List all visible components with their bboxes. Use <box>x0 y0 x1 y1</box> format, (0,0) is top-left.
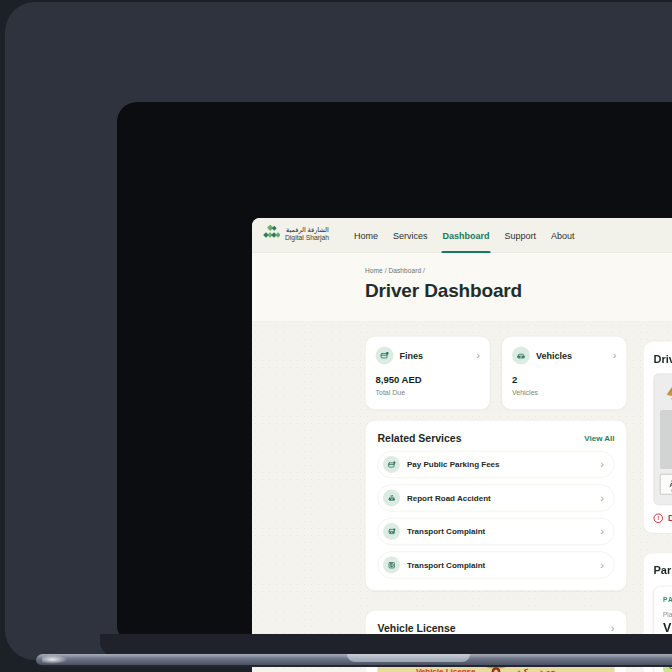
car-accident-icon <box>383 490 400 507</box>
warning-icon: ! <box>654 513 664 523</box>
scene: الشارقة الرقمية Digital Sharjah Home Ser… <box>0 0 672 672</box>
laptop-lid-notch <box>347 654 470 662</box>
nav-item-about[interactable]: About <box>551 218 575 253</box>
title-band: Home / Dashboard / Driver Dashboard <box>252 253 672 322</box>
nav-item-dashboard[interactable]: Dashboard <box>443 218 490 253</box>
service-label: Pay Public Parking Fees <box>407 460 499 469</box>
service-row-transport-complaint[interactable]: Transport Complaint › <box>378 518 615 545</box>
parking-permits-title: Parking Permits <box>654 564 672 577</box>
complaint-document-icon <box>383 557 400 574</box>
plate-value: V 95653 <box>663 620 672 635</box>
vehicles-sublabel: Vehicles <box>512 388 617 396</box>
service-label: Report Road Accident <box>407 494 491 503</box>
chevron-right-icon[interactable]: › <box>611 623 615 634</box>
laptop-chin <box>100 634 672 656</box>
nav-item-support[interactable]: Support <box>505 218 537 253</box>
view-all-link[interactable]: View All <box>584 434 614 443</box>
chevron-right-icon: › <box>613 350 617 361</box>
laptop-base <box>36 654 672 667</box>
logo-title-ar: الشارقة الرقمية <box>285 226 329 233</box>
permit-badge: PARKING PERMIT <box>663 596 672 604</box>
fines-sublabel: Total Due <box>376 388 481 396</box>
related-services-title: Related Services <box>378 433 462 445</box>
driving-license-card: Driving License <box>643 341 672 534</box>
car-icon <box>512 347 530 365</box>
licensing-authority-box: سلطة الترخيص ABCD12345 Licensing Authori… <box>660 474 672 495</box>
laptop-screen: الشارقة الرقمية Digital Sharjah Home Ser… <box>252 218 672 672</box>
related-services-card: Related Services View All Pay Public Par… <box>365 420 627 591</box>
service-row-pay-parking-fees[interactable]: Pay Public Parking Fees › <box>378 451 615 478</box>
fines-value: 8,950 AED <box>376 375 481 386</box>
license-photo-placeholder <box>660 410 672 469</box>
vehicles-card[interactable]: Vehicles › 2 Vehicles <box>502 336 628 410</box>
chevron-right-icon: › <box>600 560 604 571</box>
vehicles-value: 2 <box>512 375 617 386</box>
nav-item-services[interactable]: Services <box>393 218 428 253</box>
digital-sharjah-logo-icon <box>263 225 280 242</box>
driving-license-document: United Arab Emirates الإمارات العربية ال… <box>654 374 672 506</box>
main-nav: Home Services Dashboard Support About <box>354 218 575 253</box>
fines-label: Fines <box>400 350 424 361</box>
fines-card[interactable]: Fines › 8,950 AED Total Due <box>365 336 491 410</box>
parking-card-icon <box>383 456 400 473</box>
plate-label: Plate <box>663 611 672 619</box>
dashboard-main: Fines › 8,950 AED Total Due <box>252 322 672 672</box>
chevron-right-icon: › <box>476 350 480 361</box>
service-row-report-road-accident[interactable]: Report Road Accident › <box>378 485 615 512</box>
service-label: Transport Complaint <box>407 561 485 570</box>
bus-complaint-icon <box>383 523 400 540</box>
service-row-transport-complaint-2[interactable]: Transport Complaint › <box>378 552 615 579</box>
chevron-right-icon: › <box>600 526 604 537</box>
logo-title-en: Digital Sharjah <box>285 233 329 241</box>
license-expiry-warning: ! Driving license expiring soon <box>654 513 672 523</box>
app-header: الشارقة الرقمية Digital Sharjah Home Ser… <box>252 218 672 253</box>
breadcrumb[interactable]: Home / Dashboard / <box>365 267 672 275</box>
chevron-right-icon: › <box>600 493 604 504</box>
stat-cards-row: Fines › 8,950 AED Total Due <box>365 336 627 410</box>
uae-emblem-icon <box>664 381 672 405</box>
logo-text: الشارقة الرقمية Digital Sharjah <box>285 226 329 241</box>
laptop-bezel: الشارقة الرقمية Digital Sharjah Home Ser… <box>117 102 672 640</box>
fines-icon <box>376 347 394 365</box>
service-label: Transport Complaint <box>407 527 485 536</box>
logo[interactable]: الشارقة الرقمية Digital Sharjah <box>263 225 329 242</box>
page-title: Driver Dashboard <box>365 280 672 302</box>
chevron-right-icon: › <box>600 459 604 470</box>
left-column: Fines › 8,950 AED Total Due <box>365 336 627 672</box>
vehicle-license-title: Vehicle License <box>378 623 456 635</box>
right-column: Driving License <box>643 341 672 672</box>
nav-item-home[interactable]: Home <box>354 218 378 253</box>
driving-license-title: Driving License <box>654 353 672 366</box>
vehicles-label: Vehicles <box>536 350 572 361</box>
